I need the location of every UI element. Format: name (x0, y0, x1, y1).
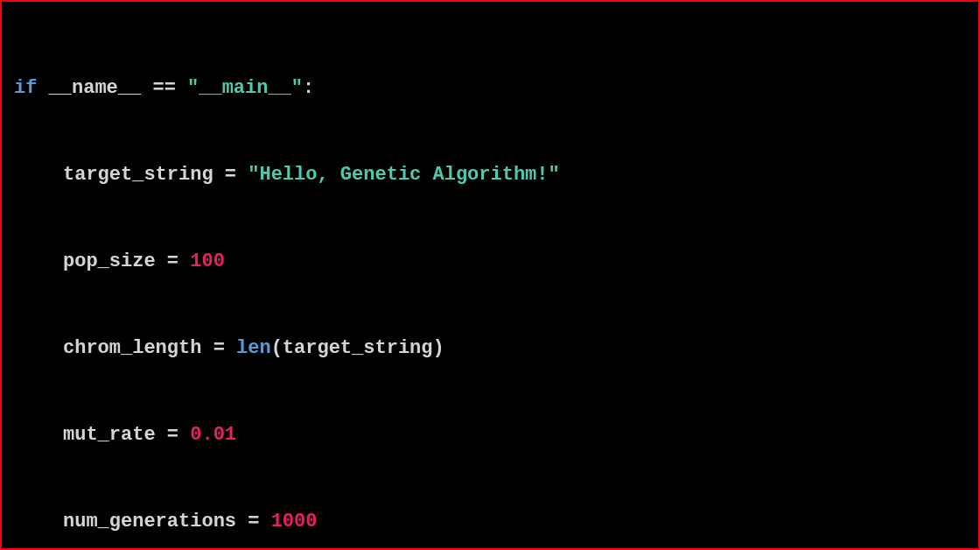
code-line-1: if __name__ == "__main__": (14, 67, 966, 110)
paren-close: ) (433, 337, 444, 359)
colon: : (303, 77, 314, 99)
string-hello: "Hello, Genetic Algorithm!" (248, 164, 559, 186)
number-100: 100 (190, 250, 225, 272)
code-line-3: pop_size = 100 (14, 240, 966, 284)
number-1000: 1000 (271, 511, 318, 532)
code-line-5: mut_rate = 0.01 (14, 413, 966, 457)
var-target-string: target_string (63, 164, 214, 186)
identifier-name: __name__ (49, 77, 142, 99)
builtin-len: len (236, 337, 271, 359)
operator-assign: = (214, 337, 225, 359)
string-main: "__main__" (187, 77, 303, 99)
paren-open: ( (271, 337, 283, 359)
operator-assign: = (167, 250, 178, 272)
var-pop-size: pop_size (63, 250, 156, 272)
code-line-6: num_generations = 1000 (14, 500, 966, 544)
var-mut-rate: mut_rate (63, 424, 156, 446)
operator-assign: = (167, 424, 178, 446)
code-editor[interactable]: if __name__ == "__main__": target_string… (2, 2, 978, 548)
var-chrom-length: chrom_length (63, 337, 201, 359)
var-num-generations: num_generations (63, 511, 236, 532)
number-001: 0.01 (190, 424, 236, 446)
operator-assign: = (248, 511, 259, 532)
code-line-4: chrom_length = len(target_string) (14, 327, 966, 370)
operator-eq: == (152, 77, 175, 99)
code-line-2: target_string = "Hello, Genetic Algorith… (14, 153, 966, 197)
arg-target-string: target_string (283, 337, 433, 359)
operator-assign: = (225, 164, 236, 186)
keyword-if: if (14, 77, 37, 99)
